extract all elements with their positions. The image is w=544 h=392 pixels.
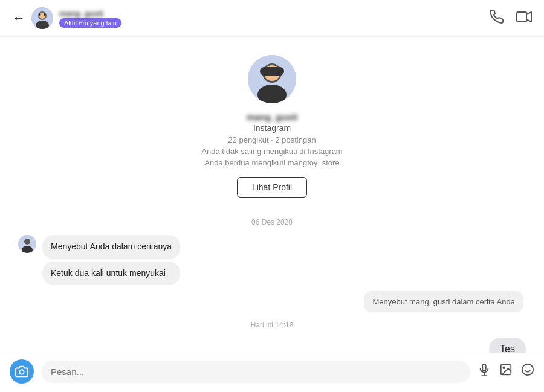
svg-point-5: [44, 13, 46, 16]
sender-avatar: [18, 235, 36, 253]
messages-section: 06 Des 2020 Menyebut Anda dalam ceritany…: [0, 210, 544, 353]
header-left: ← mang_gusti Aktif 6m yang lalu: [12, 7, 121, 29]
incoming-bubble-2: Ketuk dua kali untuk menyukai: [42, 262, 180, 286]
input-icons: [478, 363, 534, 380]
date-label: 06 Des 2020: [251, 218, 293, 227]
call-button[interactable]: [490, 10, 504, 27]
svg-point-18: [19, 370, 24, 374]
svg-point-23: [503, 367, 505, 368]
view-profile-button[interactable]: Lihat Profil: [237, 177, 307, 198]
header-info: mang_gusti Aktif 6m yang lalu: [59, 9, 121, 28]
svg-point-24: [522, 364, 533, 375]
svg-rect-6: [517, 12, 526, 22]
outgoing-bubble: Tes: [489, 338, 526, 353]
profile-platform: Instagram: [253, 123, 291, 133]
time-label: Hari ini 14:18: [251, 321, 294, 329]
camera-button[interactable]: [10, 359, 34, 384]
mic-button[interactable]: [478, 363, 491, 380]
chat-header: ← mang_gusti Aktif 6m yang lalu: [0, 0, 544, 37]
profile-follow: Anda berdua mengikuti mangtoy_store: [204, 158, 339, 167]
incoming-bubble-1: Menyebut Anda dalam ceritanya: [42, 235, 180, 259]
profile-mutual: Anda tidak saling mengikuti di Instagram: [201, 147, 342, 156]
profile-avatar: [248, 55, 296, 103]
svg-point-16: [24, 239, 30, 245]
header-actions: [490, 10, 532, 27]
svg-marker-7: [526, 12, 531, 22]
gallery-button[interactable]: [499, 363, 513, 380]
incoming-message-row-1: Menyebut Anda dalam ceritanya Ketuk dua …: [18, 235, 526, 285]
profile-stats: 22 pengikut · 2 postingan: [228, 135, 316, 144]
svg-rect-19: [482, 364, 486, 371]
back-button[interactable]: ←: [12, 10, 25, 26]
chat-body: mang_gusti Instagram 22 pengikut · 2 pos…: [0, 37, 544, 353]
story-mention-bubble: Menyebut mang_gusti dalam cerita Anda: [364, 291, 523, 312]
profile-section: mang_gusti Instagram 22 pengikut · 2 pos…: [0, 37, 544, 210]
message-input[interactable]: [51, 367, 461, 377]
header-username: mang_gusti: [59, 9, 121, 18]
video-call-button[interactable]: [516, 10, 532, 27]
avatar: [31, 7, 53, 29]
incoming-bubbles: Menyebut Anda dalam ceritanya Ketuk dua …: [42, 235, 180, 285]
message-input-wrap[interactable]: [41, 361, 470, 383]
input-area: [0, 353, 544, 392]
profile-username: mang_gusti: [247, 112, 297, 122]
svg-rect-13: [260, 67, 284, 76]
svg-point-4: [39, 13, 41, 16]
emoji-button[interactable]: [521, 363, 534, 380]
header-status: Aktif 6m yang lalu: [59, 18, 121, 28]
